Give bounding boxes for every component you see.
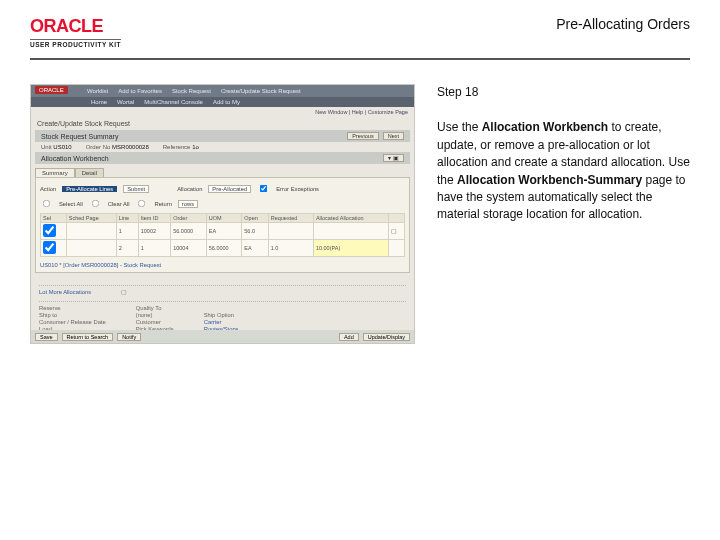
section2-title: Allocation Workbench [41,155,109,162]
error-exceptions-checkbox[interactable] [260,185,267,192]
row-select-checkbox[interactable] [43,241,56,254]
return-radio[interactable] [138,200,145,207]
oracle-logo-subtitle: USER PRODUCTIVITY KIT [30,39,121,48]
add-button[interactable]: Add [339,333,359,341]
action-select[interactable]: Pre-Allocate Lines [62,186,117,192]
submit-button[interactable]: Submit [123,185,149,193]
table-row: 1 10002 56.0000 EA 56.0 ▢ [41,223,405,240]
expand-icon[interactable]: ▾ ▣ [383,154,404,162]
tab-summary[interactable]: Summary [35,168,75,177]
app-oracle-logo: ORACLE [35,86,68,94]
lot-more-link[interactable]: Lot More Allocations [39,289,91,295]
nav-item: Home [91,99,107,105]
tabs: Summary Detail [35,168,410,177]
slide-header: ORACLE USER PRODUCTIVITY KIT Pre-Allocat… [0,0,720,54]
section-bar: Stock Request Summary Previous Next [35,130,410,142]
instruction-column: Step 18 Use the Allocation Workbench to … [437,84,690,344]
tab-body: Action Pre-Allocate Lines Submit Allocat… [35,177,410,273]
tab-detail[interactable]: Detail [75,168,104,177]
next-button[interactable]: Next [383,132,404,140]
note-row: US010 * [Order MSR0000028] - Stock Reque… [40,261,405,269]
table-header-row: Sel Sched Page Line Item ID Order UOM Op… [41,214,405,223]
table-row: 2 1 10004 56.0000 EA 1.0 10.00(PA) [41,240,405,257]
breadcrumb: New Window | Help | Customize Page [31,107,414,117]
save-button[interactable]: Save [35,333,58,341]
nav-item: Stock Request [172,88,211,94]
section2-bar: Allocation Workbench ▾ ▣ [35,152,410,164]
row-select-checkbox[interactable] [43,224,56,237]
nav-item: Wortal [117,99,134,105]
app-footer: Save Return to Search Notify Add Update/… [31,330,414,343]
nav-item: Add to My [213,99,240,105]
screenshot-column: ORACLE Worklist Add to Favorites Stock R… [30,84,415,344]
oracle-logo-text: ORACLE [30,16,103,37]
section-title: Stock Request Summary [41,133,118,140]
action-row: Action Pre-Allocate Lines Submit Allocat… [40,181,405,196]
allocation-grid: Sel Sched Page Line Item ID Order UOM Op… [40,213,405,257]
page-title: Pre-Allocating Orders [556,16,690,32]
info-line: Unit US010 Order No MSR0000028 Reference… [31,142,414,152]
nav-item: Add to Favorites [118,88,162,94]
allocation-select[interactable]: Pre-Allocated [208,185,251,193]
nav-item: MultiChannel Console [144,99,203,105]
nav-item: Worklist [87,88,108,94]
instruction-text: Use the Allocation Workbench to create, … [437,119,690,223]
update-display-button[interactable]: Update/Display [363,333,410,341]
logo-block: ORACLE USER PRODUCTIVITY KIT [30,16,121,48]
app-screenshot: ORACLE Worklist Add to Favorites Stock R… [30,84,415,344]
notify-button[interactable]: Notify [117,333,141,341]
step-label: Step 18 [437,84,690,101]
oracle-logo: ORACLE [30,16,121,37]
app-top-nav2: Home Wortal MultiChannel Console Add to … [31,97,414,107]
prev-button[interactable]: Previous [347,132,378,140]
content-area: ORACLE Worklist Add to Favorites Stock R… [0,60,720,344]
nav-item: Create/Update Stock Request [221,88,301,94]
select-all-radio[interactable] [43,200,50,207]
select-row: Select All Clear All Return rows [40,196,405,211]
return-search-button[interactable]: Return to Search [62,333,114,341]
clear-all-radio[interactable] [92,200,99,207]
lower-panel: Lot More Allocations ▢ Reserve Ship to C… [31,277,414,334]
app-top-nav: Worklist Add to Favorites Stock Request … [31,85,414,97]
panel-title: Create/Update Stock Request [31,117,414,130]
